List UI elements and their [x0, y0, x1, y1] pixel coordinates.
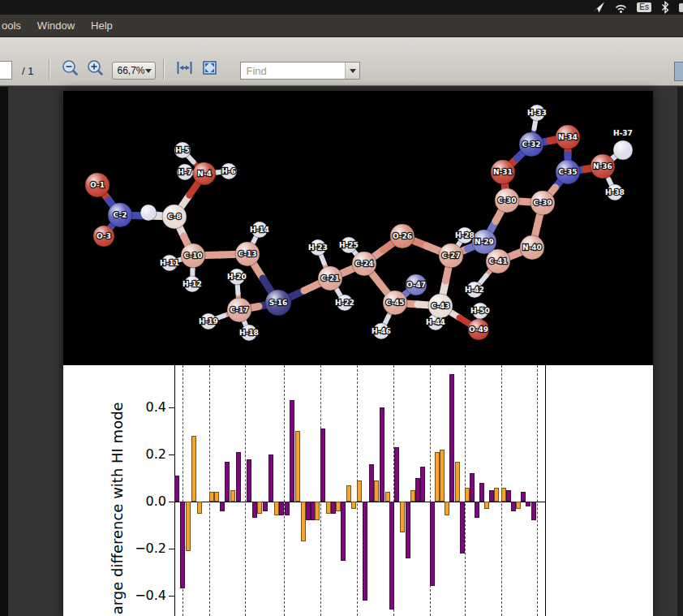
bar — [385, 492, 390, 502]
toolbar-right-cut-button[interactable] — [674, 62, 683, 81]
atom-label: O-1 — [90, 181, 105, 189]
bar — [363, 502, 367, 601]
bar — [263, 502, 268, 511]
bar — [357, 480, 362, 502]
menu-bar: ools Window Help — [0, 15, 683, 37]
bar — [346, 485, 351, 502]
atom-label: C-45 — [385, 299, 404, 307]
bar — [279, 502, 284, 515]
bar — [389, 502, 394, 610]
atom-label: C-39 — [533, 199, 552, 207]
bar — [186, 502, 191, 551]
right-spine — [545, 365, 546, 616]
charge-chart-figure: harge difference with HI mode 0.40.20.0−… — [63, 365, 653, 616]
network-icon[interactable] — [592, 1, 605, 14]
zero-line — [174, 502, 545, 502]
pdf-page: O-1O-1C-2C-2O-3O-3H-5H-5H-6H-6H-7H-7N-4N… — [63, 91, 653, 616]
bar — [430, 502, 435, 586]
bar — [268, 454, 273, 502]
find-dropdown-button[interactable] — [345, 62, 359, 79]
gridline — [284, 365, 285, 616]
zoom-out-icon — [61, 58, 79, 80]
atom-label: H-20 — [227, 273, 247, 281]
bar — [516, 502, 521, 509]
bar — [320, 429, 325, 502]
bar — [455, 462, 460, 502]
y-tick-mark — [169, 502, 174, 502]
bar — [315, 502, 320, 520]
bar — [494, 488, 499, 502]
find-input[interactable]: Find — [241, 62, 345, 79]
atom-label: H-5 — [175, 146, 190, 154]
fit-page-button[interactable] — [199, 58, 221, 80]
bar — [290, 400, 294, 502]
atom-label: C-10 — [183, 252, 202, 260]
atom-label: O-26 — [393, 232, 412, 240]
menu-item-help[interactable]: Help — [83, 19, 121, 32]
document-area: O-1O-1C-2C-2O-3O-3H-5H-5H-6H-6H-7H-7N-4N… — [0, 87, 683, 616]
bar — [230, 490, 235, 502]
keyboard-layout-badge[interactable]: Es — [637, 2, 651, 12]
fit-width-button[interactable] — [174, 58, 195, 80]
system-tray: Es — [592, 0, 681, 15]
atom-label: C-17 — [230, 306, 248, 314]
bar — [526, 502, 531, 506]
bar — [214, 492, 219, 502]
battery-icon[interactable] — [679, 3, 683, 12]
bar — [400, 502, 405, 532]
atom-label: C-30 — [497, 196, 516, 205]
gridline — [209, 365, 210, 616]
atom-label: N-36 — [593, 162, 612, 170]
atom-label: H-42 — [465, 286, 484, 294]
find-combo[interactable]: Find — [240, 62, 360, 80]
atom-label: H-18 — [239, 329, 259, 337]
zoom-level-combo[interactable]: 66,7% — [112, 62, 156, 80]
sidebar-strip — [0, 87, 8, 616]
atom-label: H-23 — [308, 243, 328, 252]
bar — [475, 502, 479, 518]
menu-item-tools[interactable]: ools — [0, 19, 29, 32]
atom-label: H-11 — [160, 259, 179, 267]
bluetooth-icon[interactable] — [660, 1, 670, 14]
atom-label: H-6 — [221, 167, 236, 175]
wifi-icon[interactable] — [614, 1, 628, 14]
bar — [440, 450, 445, 502]
y-tick-label: −0.2 — [134, 541, 166, 556]
bar — [295, 431, 300, 502]
bar — [191, 436, 196, 502]
zoom-out-button[interactable] — [59, 58, 81, 80]
atom-label: C-43 — [431, 302, 449, 310]
atom-label: S-16 — [269, 299, 288, 307]
bar — [521, 492, 526, 502]
gridline — [537, 365, 538, 616]
toolbar-separator — [163, 59, 165, 80]
bar — [236, 452, 241, 502]
atom-label: C-24 — [354, 260, 373, 268]
bar — [197, 502, 202, 514]
atom-label: H-33 — [527, 109, 547, 117]
atom-label: N-34 — [558, 133, 578, 141]
y-tick-label: −0.4 — [134, 588, 166, 603]
page-number-entry[interactable] — [0, 61, 12, 80]
atom-label: N-29 — [475, 238, 494, 246]
atom-label: N-4 — [197, 170, 212, 178]
zoom-in-button[interactable] — [84, 58, 106, 80]
bar — [420, 467, 425, 502]
atom-label: C-35 — [558, 168, 577, 176]
bar — [449, 374, 454, 502]
atom-label: N-31 — [493, 168, 513, 176]
menu-item-window[interactable]: Window — [29, 19, 83, 32]
atom-label: H-44 — [426, 318, 445, 326]
zoom-in-icon — [86, 58, 105, 80]
page-total-label: / 1 — [22, 65, 33, 80]
atom-label: C-21 — [320, 274, 339, 282]
y-tick-mark — [169, 454, 174, 455]
bar — [460, 502, 465, 554]
y-axis-label: harge difference with HI mode — [109, 402, 126, 616]
y-tick-label: 0.2 — [134, 446, 166, 462]
bar — [470, 473, 475, 502]
bar — [531, 502, 536, 520]
atom-label: O-49 — [469, 325, 488, 334]
atom-label: C-8 — [168, 213, 182, 221]
atom-label: C-2 — [114, 211, 127, 219]
